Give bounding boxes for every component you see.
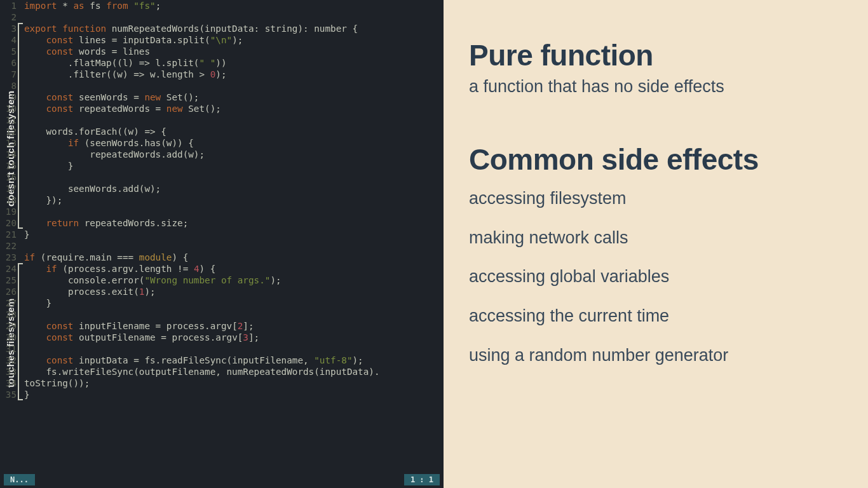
code-line[interactable]: const words = lines bbox=[24, 46, 444, 57]
code-line[interactable]: process.exit(1); bbox=[24, 286, 444, 297]
slide-pane: Pure function a function that has no sid… bbox=[444, 0, 868, 488]
code-editor[interactable]: 1234567891011121314151617181920212223242… bbox=[0, 0, 444, 471]
code-line[interactable]: const repeatedWords = new Set(); bbox=[24, 103, 444, 114]
code-line[interactable]: } bbox=[24, 297, 444, 309]
line-number: 3 bbox=[0, 23, 17, 34]
code-line[interactable]: import * as fs from "fs"; bbox=[24, 0, 444, 11]
code-line[interactable]: if (seenWords.has(w)) { bbox=[24, 137, 444, 149]
code-line[interactable]: }); bbox=[24, 194, 444, 206]
line-number: 23 bbox=[0, 252, 17, 263]
code-line[interactable]: const lines = inputData.split("\n"); bbox=[24, 34, 444, 46]
code-line[interactable]: } bbox=[24, 229, 444, 240]
code-line[interactable]: seenWords.add(w); bbox=[24, 183, 444, 194]
side-effect-item: accessing global variables bbox=[469, 266, 843, 288]
slide-heading-pure: Pure function bbox=[469, 38, 843, 72]
status-mode: N... bbox=[4, 474, 35, 485]
code-content[interactable]: import * as fs from "fs"; export functio… bbox=[24, 0, 444, 400]
line-number: 27 bbox=[0, 297, 17, 309]
line-number: 19 bbox=[0, 206, 17, 217]
side-effect-item: making network calls bbox=[469, 227, 843, 249]
code-line[interactable] bbox=[24, 172, 444, 183]
line-number: 21 bbox=[0, 229, 17, 240]
code-line[interactable]: const inputData = fs.readFileSync(inputF… bbox=[24, 355, 444, 366]
code-line[interactable]: .flatMap((l) => l.split(" ")) bbox=[24, 57, 444, 69]
line-number: 31 bbox=[0, 343, 17, 355]
code-line[interactable] bbox=[24, 240, 444, 252]
line-number: 26 bbox=[0, 286, 17, 297]
line-number: 18 bbox=[0, 194, 17, 206]
line-number: 1 bbox=[0, 0, 17, 11]
line-number: 24 bbox=[0, 263, 17, 274]
line-number: 28 bbox=[0, 309, 17, 320]
code-line[interactable]: console.error("Wrong number of args."); bbox=[24, 274, 444, 286]
line-number: 30 bbox=[0, 332, 17, 343]
line-number: 13 bbox=[0, 137, 17, 149]
slide-heading-side-effects: Common side effects bbox=[469, 142, 843, 177]
line-number: 14 bbox=[0, 149, 17, 160]
code-line[interactable] bbox=[24, 309, 444, 320]
line-number: 8 bbox=[0, 80, 17, 92]
side-effect-item: accessing the current time bbox=[469, 306, 843, 327]
side-effects-list: accessing filesystemmaking network calls… bbox=[469, 188, 843, 367]
line-number: 34 bbox=[0, 377, 17, 389]
code-line[interactable] bbox=[24, 206, 444, 217]
side-effect-item: using a random number generator bbox=[469, 345, 843, 367]
line-number: 6 bbox=[0, 57, 17, 69]
line-number: 20 bbox=[0, 217, 17, 229]
line-number: 7 bbox=[0, 69, 17, 80]
code-line[interactable]: } bbox=[24, 389, 444, 400]
code-line[interactable] bbox=[24, 80, 444, 92]
status-position: 1 : 1 bbox=[404, 474, 440, 485]
code-line[interactable]: words.forEach((w) => { bbox=[24, 126, 444, 137]
line-number: 5 bbox=[0, 46, 17, 57]
code-line[interactable] bbox=[24, 11, 444, 23]
line-number: 12 bbox=[0, 126, 17, 137]
code-line[interactable]: .filter((w) => w.length > 0); bbox=[24, 69, 444, 80]
code-line[interactable]: if (require.main === module) { bbox=[24, 252, 444, 263]
line-number: 4 bbox=[0, 34, 17, 46]
code-line[interactable] bbox=[24, 114, 444, 126]
line-number: 33 bbox=[0, 366, 17, 377]
code-line[interactable]: const seenWords = new Set(); bbox=[24, 92, 444, 103]
line-number: 35 bbox=[0, 389, 17, 400]
line-number: 25 bbox=[0, 274, 17, 286]
code-line[interactable]: return repeatedWords.size; bbox=[24, 217, 444, 229]
line-number: 22 bbox=[0, 240, 17, 252]
code-line[interactable]: const inputFilename = process.argv[2]; bbox=[24, 320, 444, 332]
line-number: 11 bbox=[0, 114, 17, 126]
code-line[interactable]: } bbox=[24, 160, 444, 172]
line-number: 15 bbox=[0, 160, 17, 172]
line-number: 17 bbox=[0, 183, 17, 194]
code-editor-pane: doesn't touch filesystem touches filesys… bbox=[0, 0, 444, 488]
slide-subtitle: a function that has no side effects bbox=[469, 76, 843, 98]
code-line[interactable]: export function numRepeatedWords(inputDa… bbox=[24, 23, 444, 34]
editor-statusbar: N... 1 : 1 bbox=[0, 471, 444, 488]
line-number: 29 bbox=[0, 320, 17, 332]
code-line[interactable] bbox=[24, 343, 444, 355]
line-number: 2 bbox=[0, 11, 17, 23]
code-line[interactable]: const outputFilename = process.argv[3]; bbox=[24, 332, 444, 343]
line-number: 10 bbox=[0, 103, 17, 114]
line-number: 32 bbox=[0, 355, 17, 366]
code-line[interactable]: fs.writeFileSync(outputFilename, numRepe… bbox=[24, 366, 444, 377]
code-line[interactable]: toString()); bbox=[24, 377, 444, 389]
line-number-gutter: 1234567891011121314151617181920212223242… bbox=[0, 0, 19, 471]
code-line[interactable]: if (process.argv.length != 4) { bbox=[24, 263, 444, 274]
side-effect-item: accessing filesystem bbox=[469, 188, 843, 210]
line-number: 9 bbox=[0, 92, 17, 103]
code-line[interactable]: repeatedWords.add(w); bbox=[24, 149, 444, 160]
line-number: 16 bbox=[0, 172, 17, 183]
